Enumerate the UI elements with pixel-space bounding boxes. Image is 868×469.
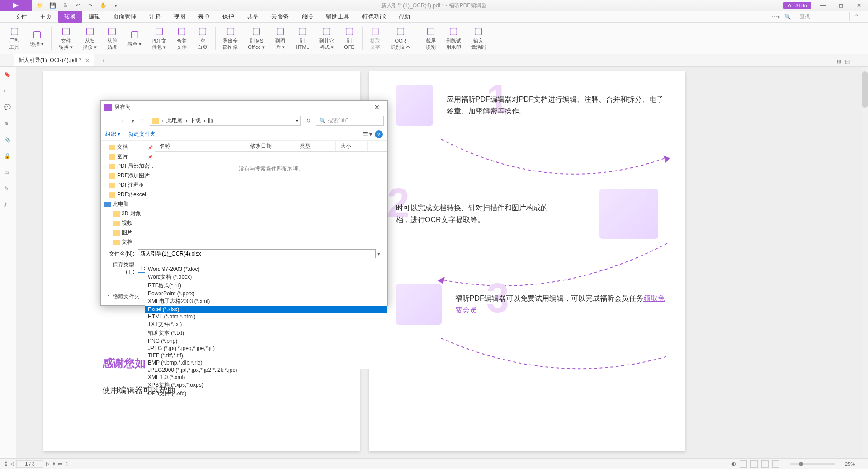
breadcrumb[interactable]: › 此电脑 › 下载 › lib ▾ [150,116,301,126]
tree-item[interactable]: PDF注释框 [101,180,155,190]
fullscreen-icon[interactable]: ⛶ [859,461,863,467]
menu-特色功能[interactable]: 特色功能 [356,11,392,23]
form-icon[interactable]: ▭ [4,169,12,177]
filetype-option[interactable]: XML 1.0 (*.xml) [145,374,387,381]
search-input[interactable]: 查找 [796,12,850,21]
filetype-dropdown-list[interactable]: Word 97-2003 (*.doc)Word文档 (*.docx)RTF格式… [145,265,387,369]
document-tab[interactable]: 新人引导(1)_OCR(4).pdf * ✕ [14,54,94,66]
security-icon[interactable]: 🔒 [4,153,12,161]
tree-item[interactable]: 图片📌 [101,152,155,161]
menu-主页[interactable]: 主页 [33,11,58,23]
two-page-view[interactable] [761,460,769,468]
filetype-option[interactable]: JPEG (*.jpg,*.jpeg,*.jpe,*.jif) [145,345,387,352]
tree-item[interactable]: 视频 [101,218,155,228]
single-page-view[interactable] [740,460,747,468]
tree-item[interactable]: 图片 [101,228,155,237]
user-badge[interactable]: A - Sh3n [783,2,811,9]
menu-云服务[interactable]: 云服务 [265,11,295,23]
tree-item[interactable]: 文档 [101,237,155,245]
ribbon-options-icon[interactable]: ⋯▾ [772,14,780,20]
tree-item[interactable]: PDF添加图片 [101,171,155,180]
navigation-tree[interactable]: 文档📌图片📌PDF局部加密，FPDF添加图片PDF注释框PDF转excel此电脑… [101,141,155,245]
reading-mode-icon[interactable]: ▭ [58,461,62,467]
filetype-option[interactable]: Word 97-2003 (*.doc) [145,265,387,273]
export-icon[interactable]: ⤴ [4,202,12,210]
filetype-option[interactable]: HTML (*.htm;*.html) [145,313,387,320]
ribbon-选择[interactable]: 选择 ▾ [25,28,48,49]
filetype-option[interactable]: BMP (*.bmp,*.dib,*.rle) [145,359,387,366]
print-icon[interactable]: 🖶 [61,2,69,9]
ribbon-到其它格式[interactable]: 到其它 格式 ▾ [315,24,339,52]
filetype-option[interactable]: TIFF (*.tiff,*.tif) [145,352,387,359]
nav-forward-button[interactable]: → [117,117,126,125]
clipboard-icon[interactable]: ▯ [65,461,68,467]
organize-dropdown[interactable]: 组织 ▾ [105,130,120,138]
ribbon-从剪贴板[interactable]: 从剪 贴板 [102,24,122,52]
filetype-option[interactable]: 辅助文本 (*.txt) [145,329,387,337]
collapse-icon[interactable]: ▤ [845,58,850,65]
next-page-button[interactable]: ▷ [46,461,50,467]
continuous-view[interactable] [750,460,758,468]
undo-icon[interactable]: ↶ [74,2,81,9]
page-number-input[interactable]: 1 / 3 [16,460,43,468]
menu-编辑[interactable]: 编辑 [82,11,107,23]
zoom-slider[interactable] [790,463,835,465]
ribbon-截屏识别[interactable]: 截屏 识别 [421,24,441,52]
menu-转换[interactable]: 转换 [58,11,82,23]
nav-history-dropdown[interactable]: ▾ [130,117,136,125]
view-mode-icon[interactable]: ⊞ [837,58,841,65]
filetype-option[interactable]: XML电子表格2003 (*.xml) [145,297,387,306]
pages-icon[interactable]: ▫ [4,88,12,96]
nav-up-button[interactable]: ↑ [140,117,146,125]
ribbon-手型工具[interactable]: 手型 工具 [5,24,24,52]
tree-item[interactable]: PDF局部加密，F [101,161,155,171]
filename-input[interactable] [138,249,376,258]
menu-文件[interactable]: 文件 [9,11,33,23]
tree-item[interactable]: PDF转excel [101,190,155,199]
redo-icon[interactable]: ↷ [87,2,94,9]
menu-视图[interactable]: 视图 [167,11,192,23]
search-icon[interactable]: 🔍 [784,14,791,20]
minimize-button[interactable]: — [816,1,830,10]
more-icon[interactable]: ▾ [112,2,119,9]
ribbon-OCR识别文本[interactable]: OCR 识别文本 [386,24,415,52]
file-list-headers[interactable]: 名称 修改日期 类型 大小 [155,141,387,152]
menu-保护[interactable]: 保护 [216,11,241,23]
hand-icon[interactable]: ✋ [99,2,107,9]
filetype-option[interactable]: OFD文件 (*.ofd) [145,389,387,398]
collapse-ribbon-icon[interactable]: ⌃ [854,14,859,20]
nav-back-button[interactable]: ← [104,117,113,125]
zoom-out-button[interactable]: − [783,461,786,467]
ribbon-导出全部图像[interactable]: 导出全 部图像 [218,24,242,52]
color-mode-icon[interactable]: ◐ [731,461,736,467]
ribbon-从扫描仪[interactable]: 从扫 描仪 ▾ [78,24,101,52]
filetype-option[interactable]: RTF格式(*.rtf) [145,281,387,290]
ribbon-到HTML[interactable]: 到 HTML [291,24,314,52]
menu-辅助工具[interactable]: 辅助工具 [320,11,356,23]
tree-item[interactable]: 文档📌 [101,142,155,152]
first-page-button[interactable]: ⟪ [5,461,7,467]
menu-帮助[interactable]: 帮助 [392,11,416,23]
dialog-close-button[interactable]: ✕ [370,104,384,111]
filetype-option[interactable]: PNG (*.png) [145,337,387,345]
filetype-option[interactable]: Excel (*.xlsx) [145,306,387,313]
menu-注释[interactable]: 注释 [143,11,167,23]
ribbon-PDF文件包[interactable]: PDF文 件包 ▾ [147,24,171,52]
dialog-search-input[interactable]: 🔍 搜索"lib" [316,116,384,126]
filetype-option[interactable]: XPS文档 (*.xps,*.oxps) [145,381,387,389]
dialog-titlebar[interactable]: 另存为 ✕ [101,101,387,114]
bookmark-icon[interactable]: 🔖 [4,71,12,80]
open-icon[interactable]: 📁 [36,2,43,9]
ribbon-输入激活码[interactable]: 输入 激活码 [467,24,491,52]
last-page-button[interactable]: ⟫ [52,461,55,467]
zoom-in-button[interactable]: + [839,461,841,467]
ribbon-到图片[interactable]: 到图 片 ▾ [270,24,290,52]
signature-icon[interactable]: ✎ [4,185,12,194]
filetype-option[interactable]: TXT文件(*.txt) [145,320,387,329]
zoom-level[interactable]: 25% [845,461,855,467]
refresh-button[interactable]: ↻ [304,117,312,125]
help-icon[interactable]: ? [375,130,383,138]
ribbon-表单[interactable]: 表单 ▾ [123,28,146,49]
filetype-option[interactable]: JPEG2000 (*.jpf,*.jpx,*.jp2,*.j2k,*.jpc) [145,366,387,374]
ribbon-空白页[interactable]: 空 白页 [193,24,212,52]
